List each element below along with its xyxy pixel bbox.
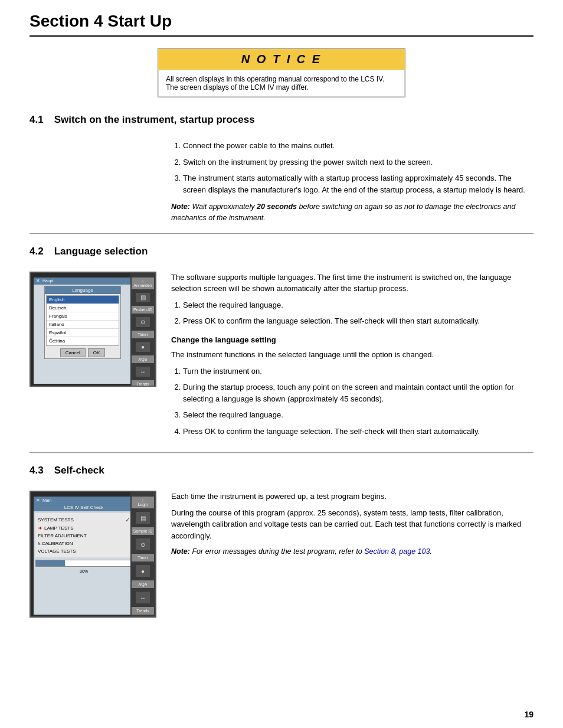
selfcheck-body: SYSTEM TESTS ✓ ➜ LAMP TESTS FILTER ADJUS… [35, 513, 132, 557]
sidebar-aqs[interactable]: AQS [132, 355, 154, 363]
lang-buttons: Cancel OK [45, 347, 120, 358]
section-4-1: 4.1 Switch on the instrument, startup pr… [30, 112, 533, 224]
notice-box: N O T I C E All screen displays in this … [158, 48, 405, 97]
language-window: Language English Deutsch Français Italia… [44, 286, 121, 359]
section-4-3-body: During the course of this program (appro… [171, 507, 533, 542]
test-system: SYSTEM TESTS ✓ [38, 515, 130, 524]
section-8-link[interactable]: Section 8, page 103 [364, 547, 430, 556]
screen-topbar: ✕ Haupt [34, 278, 134, 285]
step-4-1-3: The instrument starts automatically with… [183, 172, 533, 195]
test-filter: FILTER ADJUSTMENT [38, 532, 130, 540]
change-language-intro: The instrument functions in the selected… [171, 349, 533, 361]
test-system-check: ✓ [125, 517, 130, 523]
sidebar-login[interactable]: ↑Login [132, 497, 154, 508]
lang-item-deutsch[interactable]: Deutsch [47, 304, 119, 312]
step-4-2-1: Select the required language. [183, 299, 533, 311]
sidebar-trends2-icon[interactable]: ↔ [136, 592, 150, 603]
sidebar-timer-icon[interactable]: ⊙ [136, 317, 150, 327]
sidebar-anmelden[interactable]: ↑Anmelden [132, 278, 154, 289]
sidebar-probenid-icon[interactable]: ▤ [136, 293, 150, 303]
page-number: 19 [524, 710, 533, 719]
progress-bar-container [35, 560, 132, 567]
lang-item-espanol[interactable]: Español [47, 329, 119, 337]
change-step-4: Press OK to confirm the language selecti… [183, 426, 533, 438]
subsection-4-3-title: Self-check [54, 465, 104, 476]
progress-label: 30% [34, 569, 134, 573]
test-system-label: SYSTEM TESTS [38, 517, 74, 523]
section-4-2-content: ✕ Haupt Language English Deutsch Françai… [30, 272, 533, 443]
language-screen-area: ✕ Haupt Language English Deutsch Françai… [30, 272, 159, 443]
subsection-4-3-header: 4.3 Self-check [30, 462, 533, 484]
divider-4-1 [30, 233, 533, 234]
selfcheck-screen-area: ✕ Main LCS IV Self-Check SYSTEM TESTS ✓ [30, 491, 159, 618]
sidebar-aqa[interactable]: AQA [132, 580, 154, 588]
test-voltage-label: VOLTAGE TESTS [38, 549, 76, 554]
selfcheck-window: ✕ Main LCS IV Self-Check SYSTEM TESTS ✓ [34, 497, 134, 615]
selfcheck-topbar: ✕ Main [34, 497, 134, 504]
change-language-heading: Change the language setting [171, 334, 533, 346]
sidebar-probenid[interactable]: Proben-ID [132, 306, 154, 314]
section-4-2-intro: The software supports multiple languages… [171, 272, 533, 295]
step-4-2-2: Press OK to confirm the language selecti… [183, 315, 533, 327]
lang-ok-button[interactable]: OK [88, 348, 106, 357]
lang-list: English Deutsch Français Italiano Españo… [46, 295, 119, 346]
sidebar-timer[interactable]: Timer [132, 331, 154, 338]
selfcheck-sidebar: ↑Login ▤ Sample ID ⊙ Timer ● AQA ↔ Trend… [130, 492, 155, 618]
subsection-4-1-title: Switch on the instrument, startup proces… [54, 114, 255, 126]
section-4-1-content: Connect the power cable to the mains out… [171, 140, 533, 224]
selfcheck-content: LCS IV Self-Check SYSTEM TESTS ✓ ➜ LAMP … [34, 504, 134, 573]
test-calibration: λ-CALIBRATION [38, 540, 130, 547]
lang-titlebar: Language [45, 286, 120, 294]
subsection-4-3-number: 4.3 [30, 465, 44, 476]
notice-container: N O T I C E All screen displays in this … [30, 48, 533, 97]
sidebar-timer2[interactable]: Timer [132, 554, 154, 561]
change-step-2: During the startup process, touch any po… [183, 381, 533, 404]
section-4-1-steps: Connect the power cable to the mains out… [171, 140, 533, 195]
selfcheck-topbar-label: Main [42, 498, 51, 502]
sidebar-trends-icon[interactable]: ↔ [136, 367, 150, 377]
change-language-steps: Turn the instrument on. During the start… [171, 365, 533, 438]
sidebar-trends[interactable]: Trends [132, 380, 154, 387]
test-lamp: ➜ LAMP TESTS [38, 524, 130, 532]
lang-item-cestina[interactable]: Čeština [47, 337, 119, 345]
lang-item-francais[interactable]: Français [47, 312, 119, 321]
subsection-4-1-number: 4.1 [30, 114, 44, 126]
section-4-3: 4.3 Self-check ✕ Main LCS IV Self-Check [30, 462, 533, 618]
section-4-3-content: ✕ Main LCS IV Self-Check SYSTEM TESTS ✓ [30, 491, 533, 618]
lang-cancel-button[interactable]: Cancel [60, 348, 86, 357]
sidebar-trends2[interactable]: Trends [132, 607, 154, 615]
section-4-2-text: The software supports multiple languages… [171, 272, 533, 443]
note-4-3-label: Note: [171, 547, 190, 556]
notice-header: N O T I C E [158, 49, 405, 70]
lang-item-italiano[interactable]: Italiano [47, 321, 119, 329]
change-step-3: Select the required language. [183, 409, 533, 421]
section-header: Section 4 Start Up [30, 12, 533, 37]
test-voltage: VOLTAGE TESTS [38, 547, 130, 555]
lang-item-english[interactable]: English [47, 296, 119, 304]
note-bold-seconds: 20 seconds [257, 203, 297, 211]
sidebar-aqa-icon[interactable]: ● [136, 565, 150, 577]
divider-4-2 [30, 452, 533, 453]
language-screen-mockup: ✕ Haupt Language English Deutsch Françai… [30, 272, 156, 387]
sidebar-sampleid-icon[interactable]: ▤ [136, 512, 150, 524]
progress-bar-fill [36, 560, 65, 566]
sidebar-aqs-icon[interactable]: ● [136, 342, 150, 352]
page-container: Section 4 Start Up N O T I C E All scree… [0, 0, 563, 728]
sidebar-sampleid[interactable]: Sample ID [132, 527, 154, 535]
section-4-1-note: Note: Wait approximately 20 seconds befo… [171, 201, 533, 224]
notice-body: All screen displays in this operating ma… [158, 70, 405, 97]
test-lamp-label: LAMP TESTS [44, 525, 74, 531]
step-4-1-1: Connect the power cable to the mains out… [183, 140, 533, 152]
section-4-2-steps: Select the required language. Press OK t… [171, 299, 533, 327]
test-filter-label: FILTER ADJUSTMENT [38, 533, 87, 538]
change-step-1: Turn the instrument on. [183, 365, 533, 377]
section-4-3-text: Each time the instrument is powered up, … [171, 491, 533, 618]
step-4-1-2: Switch on the instrument by pressing the… [183, 156, 533, 168]
screen-inner-bg: ✕ Haupt Language English Deutsch Françai… [34, 278, 134, 384]
sidebar-timer2-icon[interactable]: ⊙ [136, 538, 150, 550]
selfcheck-screen-mockup: ✕ Main LCS IV Self-Check SYSTEM TESTS ✓ [30, 491, 156, 618]
subsection-4-1-header: 4.1 Switch on the instrument, startup pr… [30, 112, 533, 133]
selfcheck-close-icon: ✕ [36, 498, 40, 503]
test-lamp-arrow: ➜ [38, 525, 42, 531]
close-icon: ✕ [36, 278, 40, 283]
